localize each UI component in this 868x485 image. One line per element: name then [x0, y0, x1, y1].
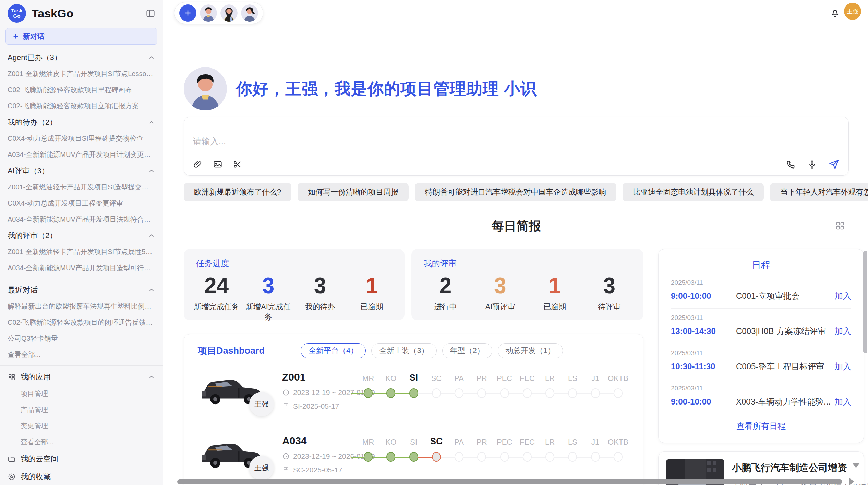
milestone-dot — [432, 388, 441, 398]
horizontal-scrollbar[interactable] — [177, 479, 842, 484]
milestone-dot — [386, 388, 395, 398]
milestone-pa: PA — [448, 371, 470, 412]
milestone-si: SI — [402, 434, 425, 475]
send-icon[interactable] — [829, 159, 840, 170]
milestone-sc: SC — [425, 434, 448, 475]
scroll-right-arrow[interactable] — [849, 478, 854, 485]
tab-year-model[interactable]: 年型（2） — [442, 343, 492, 358]
apps-view-all[interactable]: 查看全部... — [5, 434, 157, 450]
vertical-scrollbar[interactable] — [863, 251, 867, 353]
schedule-name: C001-立项审批会 — [736, 290, 835, 301]
schedule-name: C003|H0B-方案冻结评审 — [736, 326, 835, 337]
attach-icon[interactable] — [193, 160, 203, 169]
dashboard-tabs: 全新平台（4） 全新上装（3） 年型（2） 动总开发（1） — [301, 343, 563, 358]
milestone-dot — [432, 452, 441, 462]
milestone-lr: LR — [539, 434, 561, 475]
milestone-ls: LS — [561, 434, 584, 475]
suggestion-chip[interactable]: 欧洲新规最近颁布了什么? — [184, 183, 291, 201]
section-header-recent-chats[interactable]: 最近对话 — [5, 282, 157, 298]
daily-brief-title: 每日简报 — [184, 218, 849, 235]
chat-input-box[interactable]: 请输入... — [184, 117, 849, 176]
project-vehicle-image: 王强 — [198, 371, 266, 409]
milestone-dot — [364, 388, 373, 398]
sidebar-item-favorites[interactable]: 我的收藏 — [5, 468, 157, 485]
stat-ai-prereview: 3 AI预评审 — [473, 272, 527, 312]
project-row-z001[interactable]: 王强 Z001 2023-12-19 ~ 2027-01-19 SI-2025-… — [198, 371, 629, 422]
schedule-time: 13:00-14:30 — [671, 326, 736, 336]
sidebar-task-item[interactable]: A034-全新新能源MUV产品开发项目计划变更类编写 — [5, 147, 157, 163]
schedule-item: 2025/03/11 10:30-11:30 C005-整车工程目标评审 加入 — [671, 344, 851, 379]
section-title: AI评审（3） — [8, 166, 49, 176]
project-row-a034[interactable]: 王强 A034 2023-12-19 ~ 2026-01-19 SC-2025-… — [198, 434, 629, 485]
clock-icon — [282, 389, 290, 396]
milestone-fec: FEC — [516, 371, 539, 412]
stat-in-progress: 2 进行中 — [418, 272, 473, 312]
sidebar-task-item[interactable]: C02-飞腾新能源轻客改款项目立项汇报方案 — [5, 98, 157, 114]
sidebar-task-item[interactable]: A034-全新新能源MUV产品开发项目法规符合性评审 — [5, 211, 157, 227]
clock-icon — [282, 452, 290, 460]
tab-all-new-platform[interactable]: 全新平台（4） — [301, 343, 366, 358]
project-vehicle-image: 王强 — [198, 434, 266, 473]
milestone-dot — [591, 452, 600, 462]
layout-grid-icon[interactable] — [835, 221, 845, 231]
image-icon[interactable] — [213, 160, 222, 169]
sidebar-task-item[interactable]: Z001-全新燃油皮卡产品开发项目SI节点Lesson Learn报告 — [5, 66, 157, 82]
scroll-down-arrow[interactable] — [852, 463, 860, 468]
section-header-agent-done[interactable]: Agent已办（3） — [5, 49, 157, 66]
suggestion-chip[interactable]: 如何写一份清晰的项目周报 — [298, 183, 409, 201]
milestone-dot — [568, 388, 577, 398]
section-header-ai-review[interactable]: AI评审（3） — [5, 163, 157, 179]
join-link[interactable]: 加入 — [835, 290, 851, 301]
chevron-up-icon — [148, 167, 155, 175]
recent-chat-item[interactable]: 公司Q3轻卡销量 — [5, 331, 157, 347]
project-code: A034 — [282, 435, 357, 447]
new-chat-button[interactable]: 新对话 — [5, 28, 157, 45]
app-item-project-mgmt[interactable]: 项目管理 — [5, 386, 157, 402]
project-owner-badge: 王强 — [249, 456, 274, 480]
milestone-label: PEC — [497, 434, 512, 447]
app-item-change-mgmt[interactable]: 变更管理 — [5, 418, 157, 434]
milestone-pec: PEC — [493, 434, 516, 475]
milestone-pec: PEC — [493, 371, 516, 412]
sidebar-item-my-apps[interactable]: 我的应用 — [5, 369, 157, 386]
sidebar-collapse-icon[interactable] — [146, 9, 155, 18]
sidebar-item-cloud-space[interactable]: 我的云空间 — [5, 450, 157, 468]
scissors-icon[interactable] — [233, 160, 242, 169]
sidebar-task-item[interactable]: A034-全新新能源MUV产品开发项目造型可行性评审 — [5, 260, 157, 276]
section-header-my-todo[interactable]: 我的待办（2） — [5, 114, 157, 130]
divider — [0, 279, 163, 279]
suggestion-chip[interactable]: 特朗普可能对进口汽车增税会对中国车企造成哪些影响 — [415, 183, 616, 201]
project-owner-badge: 王强 — [249, 392, 274, 416]
recent-chat-item[interactable]: 解释最新出台的欧盟报废车法规再生塑料比例被调至15%... — [5, 298, 157, 314]
milestone-label: J1 — [591, 371, 599, 383]
sidebar-task-item[interactable]: Z001-全新燃油轻卡产品开发项目SI节点属性5D文件评审 — [5, 244, 157, 260]
phone-icon[interactable] — [786, 160, 796, 169]
sidebar-task-item[interactable]: C02-飞腾新能源轻客改款项目里程碑画布 — [5, 82, 157, 98]
join-link[interactable]: 加入 — [835, 396, 851, 407]
section-header-my-review[interactable]: 我的评审（2） — [5, 227, 157, 244]
logo-line2: Go — [13, 13, 21, 19]
recent-chat-item[interactable]: C02-飞腾新能源轻客改款项目的闭环通告反馈情况 — [5, 314, 157, 331]
join-link[interactable]: 加入 — [835, 326, 851, 337]
schedule-date: 2025/03/11 — [671, 349, 851, 357]
app-item-product-mgmt[interactable]: 产品管理 — [5, 402, 157, 418]
sidebar-task-item[interactable]: Z001-全新燃油轻卡产品开发项目SI造型提交物评审 — [5, 179, 157, 195]
milestone-mr: MR — [357, 434, 379, 475]
milestone-oktb: OKTB — [607, 434, 629, 475]
stat-my-todo: 3 我的待办 — [294, 272, 346, 322]
join-link[interactable]: 加入 — [835, 361, 851, 372]
logo-line1: Task — [11, 8, 22, 13]
suggestion-chip[interactable]: 当下年轻人对汽车外观有怎样的喜好趋势 — [770, 183, 868, 201]
suggestion-chip[interactable]: 比亚迪全固态电池计划具体说了什么 — [623, 183, 764, 201]
mic-icon[interactable] — [807, 160, 817, 169]
tab-new-body[interactable]: 全新上装（3） — [371, 343, 436, 358]
flag-icon — [282, 402, 290, 410]
sidebar-task-item[interactable]: C0X4-动力总成开发项目工程变更评审 — [5, 195, 157, 211]
view-all-schedule-link[interactable]: 查看所有日程 — [671, 421, 851, 432]
sidebar-task-item[interactable]: C0X4-动力总成开发项目SI里程碑提交物检查 — [5, 130, 157, 147]
stat-new-done: 24 新增完成任务 — [191, 272, 242, 322]
tab-powertrain-dev[interactable]: 动总开发（1） — [498, 343, 563, 358]
recent-view-all[interactable]: 查看全部... — [5, 347, 157, 363]
schedule-date: 2025/03/11 — [671, 279, 851, 286]
milestone-label: LR — [545, 371, 555, 383]
